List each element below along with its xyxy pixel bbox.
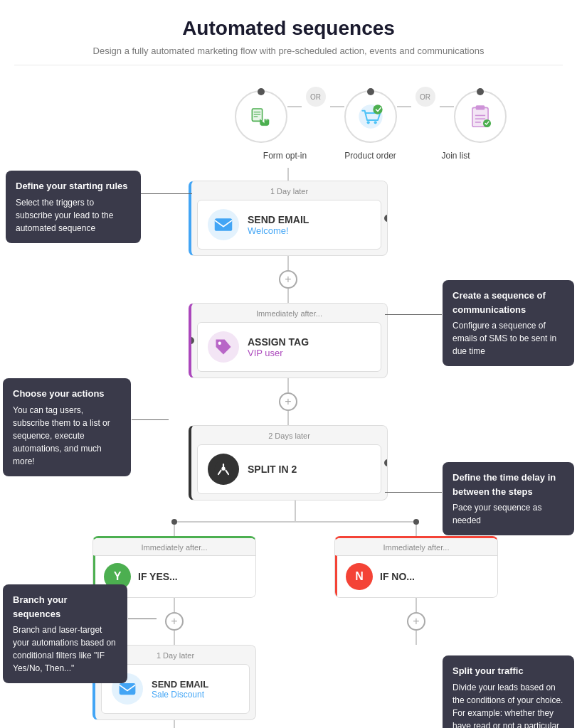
step-text-2: ASSIGN TAG VIP user — [248, 336, 309, 358]
step-right-dot-3 — [384, 459, 388, 466]
no-title: IF NO... — [380, 571, 415, 582]
triggers-row: OR — [235, 87, 507, 146]
svg-rect-24 — [120, 683, 136, 695]
svg-rect-14 — [215, 218, 233, 231]
vline-no-2 — [415, 631, 417, 645]
header-divider — [14, 65, 563, 65]
yes-title: IF YES... — [138, 571, 178, 582]
step-delay-1: 1 Day later — [191, 181, 387, 200]
step-body-3: SPLIT IN 2 — [197, 444, 381, 494]
h-line-4 — [440, 106, 454, 107]
h-line-2 — [330, 106, 344, 107]
trigger-top-dot-list — [477, 88, 484, 95]
step-card-send-email-welcome[interactable]: 1 Day later SEND EMAIL Welcome! — [189, 181, 388, 256]
branch-header-no: Immediately after... — [335, 538, 497, 555]
vline-no-1 — [415, 598, 417, 612]
step-delay-3: 2 Days later — [191, 426, 387, 444]
step-card-assign-tag[interactable]: Immediately after... ASSIGN TAG VIP user — [189, 303, 388, 378]
trigger-top-dot-form — [258, 88, 265, 95]
tooltip-line-seq — [385, 314, 442, 315]
branch-no: Immediately after... N IF NO... + — [334, 536, 498, 645]
svg-point-17 — [221, 467, 225, 471]
or-connector-1: OR — [287, 87, 344, 127]
step-title-1: SEND EMAIL — [248, 214, 309, 225]
trigger-form-optin[interactable] — [235, 90, 287, 143]
vline-2 — [287, 289, 289, 303]
trigger-product-order[interactable] — [344, 90, 397, 143]
vline-yes-1 — [174, 598, 175, 612]
trigger-label-form: Form opt-in — [257, 151, 314, 161]
step-left-dot-2 — [189, 337, 194, 344]
list-icon — [467, 103, 494, 130]
vline-1 — [287, 256, 289, 270]
step-card-split[interactable]: 2 Days later SPLIT IN 2 — [189, 425, 388, 500]
step-title-discount: SEND EMAIL — [152, 679, 208, 690]
form-icon — [248, 103, 275, 130]
svg-rect-9 — [475, 105, 485, 109]
svg-point-22 — [171, 519, 177, 525]
email-icon — [213, 215, 233, 235]
step-subtitle-2: VIP user — [248, 348, 309, 358]
step-icon-assign-tag — [208, 331, 239, 363]
triggers-section: OR — [164, 87, 577, 161]
page-title: Automated sequences — [14, 17, 563, 40]
flow-container: 1 Day later SEND EMAIL Welcome! — [164, 168, 413, 500]
tooltip-line-actions — [132, 419, 169, 420]
branch-body-no: N IF NO... — [335, 555, 497, 597]
h-line-1 — [287, 106, 302, 107]
tooltip-choose-actions: Choose your actions You can tag users, s… — [3, 378, 131, 476]
svg-point-6 — [374, 121, 376, 124]
branch-header-yes: Immediately after... — [93, 538, 255, 555]
vline-3 — [287, 378, 289, 392]
tooltip-line-1 — [141, 193, 192, 194]
h-line-3 — [397, 106, 411, 107]
tooltip-branch-sequences: Branch your sequences Branch and laser-t… — [3, 584, 127, 683]
tooltip-split-traffic: Split your traffic Divide your leads bas… — [443, 655, 574, 728]
step-icon-split — [208, 454, 239, 485]
page-header: Automated sequences Design a fully autom… — [0, 0, 577, 73]
tooltip-starting-rules: Define your starting rules Select the tr… — [6, 171, 141, 243]
vline-after-triggers — [287, 168, 289, 181]
trigger-labels-row: Form opt-in Product order Join list — [257, 151, 485, 161]
step-delay-2: Immediately after... — [191, 304, 387, 322]
tooltip-line-branch — [128, 619, 157, 619]
plus-btn-2[interactable]: + — [279, 392, 297, 411]
step-text-discount: SEND EMAIL Sale Discount — [152, 679, 208, 700]
cart-icon — [356, 102, 385, 131]
or-badge-1: OR — [306, 87, 326, 107]
tag-icon — [213, 337, 233, 357]
tooltip-create-sequence: Create a sequence of communications Conf… — [443, 280, 574, 366]
plus-btn-yes[interactable]: + — [165, 612, 184, 631]
plus-btn-1[interactable]: + — [279, 270, 297, 289]
step-subtitle-discount: Sale Discount — [152, 690, 208, 700]
split-icon — [213, 459, 233, 479]
vline-yes-3 — [174, 720, 175, 728]
trigger-circle-cart[interactable] — [344, 90, 397, 143]
trigger-label-cart: Product order — [342, 151, 399, 161]
step-body-1: SEND EMAIL Welcome! — [197, 200, 381, 250]
step-right-dot-1 — [384, 215, 388, 222]
no-circle: N — [346, 563, 373, 590]
branch-card-no[interactable]: Immediately after... N IF NO... — [334, 536, 498, 598]
plus-btn-no[interactable]: + — [407, 612, 425, 631]
vline-4 — [287, 411, 289, 425]
trigger-label-list: Join list — [428, 151, 485, 161]
step-title-2: ASSIGN TAG — [248, 336, 309, 348]
trigger-join-list[interactable] — [454, 90, 507, 143]
svg-point-15 — [218, 342, 221, 345]
step-text-3: SPLIT IN 2 — [248, 464, 297, 475]
or-connector-2: OR — [397, 87, 454, 127]
svg-rect-0 — [252, 109, 262, 121]
trigger-circle-list[interactable] — [454, 90, 507, 143]
main-content: Define your starting rules Select the tr… — [0, 73, 577, 728]
step-icon-email-welcome — [208, 209, 239, 240]
tooltip-time-delay: Define the time delay in between the ste… — [443, 462, 574, 535]
svg-point-7 — [373, 105, 382, 114]
page-subtitle: Design a fully automated marketing flow … — [14, 46, 563, 56]
tooltip-line-delay — [385, 492, 442, 493]
svg-point-23 — [413, 519, 419, 525]
trigger-circle-form[interactable] — [235, 90, 287, 143]
step-text-1: SEND EMAIL Welcome! — [248, 214, 309, 236]
svg-point-5 — [366, 121, 369, 124]
trigger-top-dot-cart — [367, 88, 374, 95]
